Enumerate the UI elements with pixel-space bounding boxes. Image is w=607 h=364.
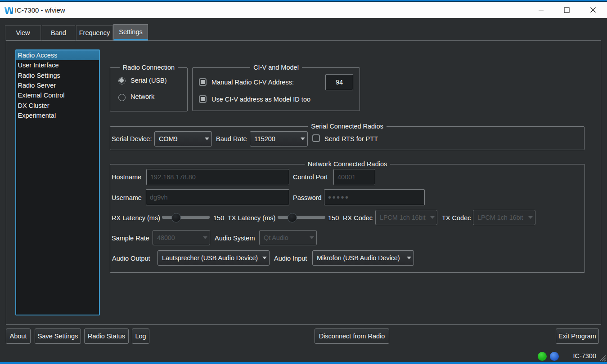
- rx-latency-label: RX Latency (ms): [112, 213, 160, 222]
- chevron-down-icon: [203, 236, 207, 239]
- chevron-down-icon: [205, 138, 209, 140]
- tx-latency-label: TX Latency (ms): [228, 213, 275, 222]
- serial-device-combo[interactable]: COM9: [154, 131, 212, 146]
- maximize-icon: [564, 7, 570, 13]
- network-radio[interactable]: [118, 94, 126, 101]
- status-rig-led: [550, 352, 559, 361]
- audio-input-label: Audio Input: [274, 254, 307, 263]
- log-button[interactable]: Log: [132, 328, 149, 344]
- username-input[interactable]: dg9vh: [146, 189, 289, 205]
- rx-latency-value: 150: [213, 213, 224, 222]
- titlebar: W IC-7300 - wfview: [0, 2, 607, 18]
- radio-status-button[interactable]: Radio Status: [84, 328, 129, 344]
- baud-rate-label: Baud Rate: [216, 134, 247, 143]
- serial-usb-label: Serial (USB): [130, 76, 167, 85]
- tab-frequency[interactable]: Frequency: [76, 25, 113, 40]
- save-settings-button[interactable]: Save Settings: [35, 328, 81, 344]
- civ-address-input[interactable]: 94: [325, 74, 353, 90]
- about-button[interactable]: About: [6, 328, 31, 344]
- tx-latency-slider[interactable]: [278, 216, 325, 219]
- hostname-input[interactable]: 192.168.178.80: [146, 169, 289, 185]
- radio-connection-group: Radio Connection: [110, 67, 188, 111]
- sidebar-item-radio-server[interactable]: Radio Server: [16, 80, 99, 90]
- manual-civ-label: Manual Radio CI-V Address:: [211, 78, 294, 87]
- sidebar-item-external-control[interactable]: External Control: [16, 90, 99, 100]
- model-id-checkbox[interactable]: [199, 95, 207, 103]
- chevron-down-icon: [528, 216, 533, 219]
- sidebar-item-radio-settings[interactable]: Radio Settings: [16, 71, 99, 80]
- status-radio-name: IC-7300: [573, 352, 596, 360]
- sidebar-item-user-interface[interactable]: User Interface: [16, 60, 99, 70]
- rx-codec-combo[interactable]: LPCM 1ch 16bit: [375, 210, 437, 225]
- audio-system-value: Qt Audio: [264, 234, 288, 241]
- audio-system-combo[interactable]: Qt Audio: [259, 230, 317, 245]
- network-label: Network: [130, 92, 154, 101]
- audio-input-combo[interactable]: Mikrofon (USB Audio Device): [312, 250, 414, 266]
- chevron-down-icon: [407, 257, 411, 259]
- sidebar-item-dx-cluster[interactable]: DX Cluster: [16, 101, 99, 111]
- chevron-down-icon: [301, 138, 305, 140]
- tab-band[interactable]: Band: [42, 25, 75, 40]
- serial-usb-radio[interactable]: [118, 77, 126, 84]
- chevron-down-icon: [310, 236, 314, 239]
- minimize-button[interactable]: [531, 2, 551, 18]
- serial-device-value: COM9: [159, 135, 177, 142]
- username-label: Username: [112, 193, 142, 202]
- rx-latency-slider-handle[interactable]: [171, 213, 181, 222]
- tx-codec-value: LPCM 1ch 16bit: [477, 214, 523, 221]
- audio-output-label: Audio Output: [112, 254, 150, 263]
- bottom-accent-line: [0, 362, 607, 364]
- tx-codec-combo[interactable]: LPCM 1ch 16bit: [473, 210, 535, 225]
- close-button[interactable]: [583, 2, 603, 18]
- tab-settings[interactable]: Settings: [113, 24, 148, 40]
- control-port-input[interactable]: 40001: [333, 169, 375, 185]
- sample-rate-value: 48000: [157, 234, 175, 241]
- status-connected-led: [538, 352, 547, 361]
- rx-codec-value: LPCM 1ch 16bit: [380, 214, 425, 221]
- hostname-label: Hostname: [112, 173, 141, 182]
- sample-rate-label: Sample Rate: [112, 234, 149, 243]
- tx-latency-slider-handle[interactable]: [288, 213, 297, 222]
- send-rts-checkbox[interactable]: [312, 134, 320, 142]
- serial-device-label: Serial Device:: [112, 134, 152, 143]
- exit-program-button[interactable]: Exit Program: [556, 328, 599, 344]
- close-icon: [590, 7, 596, 13]
- baud-rate-value: 115200: [254, 135, 275, 142]
- sidebar-item-radio-access[interactable]: Radio Access: [16, 50, 99, 60]
- password-label: Password: [293, 193, 322, 202]
- tab-view[interactable]: View: [5, 25, 41, 40]
- model-id-label: Use CI-V address as Model ID too: [211, 95, 310, 104]
- baud-rate-combo[interactable]: 115200: [250, 131, 308, 146]
- minimize-icon: [538, 7, 544, 13]
- audio-system-label: Audio System: [215, 234, 255, 243]
- rx-latency-slider[interactable]: [162, 216, 210, 219]
- resize-grip-icon[interactable]: [598, 354, 606, 362]
- window-title: IC-7300 - wfview: [15, 2, 65, 18]
- tx-codec-label: TX Codec: [442, 213, 471, 222]
- settings-category-list: Radio Access User Interface Radio Settin…: [15, 49, 100, 315]
- audio-input-value: Mikrofon (USB Audio Device): [317, 254, 400, 262]
- disconnect-button[interactable]: Disconnect from Radio: [315, 328, 389, 344]
- sidebar-item-experimental[interactable]: Experimental: [16, 111, 99, 120]
- rx-codec-label: RX Codec: [343, 213, 373, 222]
- audio-output-combo[interactable]: Lautsprecher (USB Audio Device): [157, 250, 270, 266]
- tx-latency-value: 150: [328, 213, 339, 222]
- manual-civ-checkbox[interactable]: [199, 78, 207, 86]
- maximize-button[interactable]: [556, 2, 577, 18]
- send-rts-label: Send RTS for PTT: [324, 134, 378, 143]
- audio-output-value: Lautsprecher (USB Audio Device): [162, 254, 258, 262]
- chevron-down-icon: [262, 257, 267, 259]
- chevron-down-icon: [430, 216, 435, 219]
- control-port-label: Control Port: [293, 173, 328, 182]
- wfview-logo-icon: W: [4, 6, 13, 16]
- password-input[interactable]: •••••: [324, 189, 425, 205]
- sample-rate-combo[interactable]: 48000: [153, 230, 210, 245]
